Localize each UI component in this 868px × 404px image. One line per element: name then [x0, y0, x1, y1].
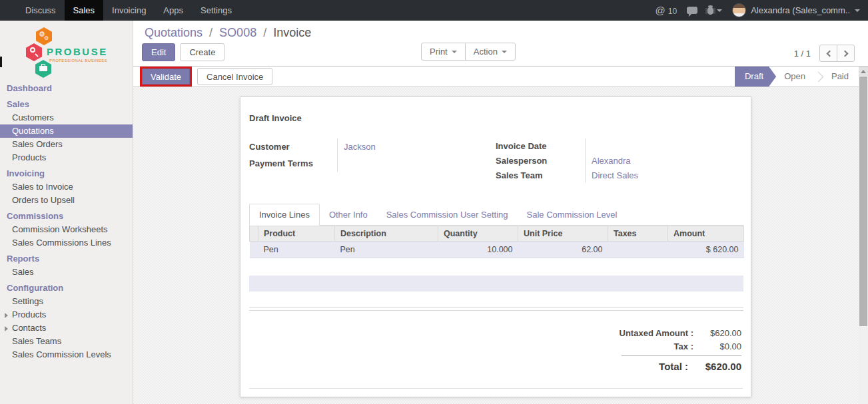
chevron-down-icon: [717, 9, 722, 15]
breadcrumb-invoice: Invoice: [273, 26, 311, 39]
menu-settings[interactable]: Settings: [192, 0, 240, 21]
sidebar-item-sales-commission-levels[interactable]: Sales Commission Levels: [0, 348, 133, 361]
tab-sales-commission-user-setting[interactable]: Sales Commission User Setting: [377, 204, 518, 225]
debug-menu[interactable]: [707, 7, 722, 15]
breadcrumb-so008[interactable]: SO008: [219, 26, 256, 39]
tab-sale-commission-level[interactable]: Sale Commission Level: [518, 204, 627, 225]
activity-menu[interactable]: @ 10: [655, 5, 677, 16]
chevron-right-icon[interactable]: [5, 313, 11, 318]
sidebar-header-sales[interactable]: Sales: [0, 98, 133, 111]
sidebar-item-sales-teams[interactable]: Sales Teams: [0, 335, 133, 348]
scrollbar-thumb[interactable]: [859, 77, 867, 326]
section-divider: [249, 307, 743, 311]
sidebar-item-customers[interactable]: Customers: [0, 111, 133, 124]
form-view-background: Draft Invoice Customer Jackson Payment T…: [133, 87, 868, 404]
sidebar-item-quotations[interactable]: Quotations: [0, 124, 133, 138]
menu-sales[interactable]: Sales: [65, 0, 104, 21]
chat-icon[interactable]: [687, 7, 697, 14]
tab-invoice-lines[interactable]: Invoice Lines: [249, 204, 320, 226]
sales-team-value[interactable]: Direct Sales: [585, 168, 743, 182]
sidebar-header-reports[interactable]: Reports: [0, 252, 133, 266]
chevron-down-icon: [855, 9, 860, 15]
invoice-date-value[interactable]: [585, 138, 743, 153]
menu-invoicing[interactable]: Invoicing: [103, 0, 155, 21]
sidebar-header-configuration[interactable]: Configuration: [0, 282, 133, 295]
invoice-lines-table: Product Description Quantity Unit Price …: [249, 226, 744, 258]
at-icon: @: [655, 5, 665, 16]
scroll-up-button[interactable]: [859, 67, 868, 76]
pager-next-button[interactable]: [837, 45, 855, 62]
cancel-invoice-button[interactable]: Cancel Invoice: [197, 68, 272, 85]
table-header-row: Product Description Quantity Unit Price …: [250, 226, 744, 242]
cell-unit-price[interactable]: 62.00: [518, 242, 608, 258]
chevron-right-icon[interactable]: [5, 326, 11, 331]
sidebar-item-config-contacts[interactable]: Contacts: [0, 321, 133, 335]
pager-buttons: [819, 45, 855, 62]
print-dropdown-button[interactable]: Print: [421, 43, 466, 61]
column-product[interactable]: Product: [258, 226, 335, 242]
user-name-label: Alexandra (Sales_comm..: [751, 5, 850, 15]
sidebar-item-products[interactable]: Products: [0, 151, 133, 164]
breadcrumb-separator: /: [209, 26, 213, 39]
form-buttons: Edit Create: [142, 43, 224, 61]
cell-taxes[interactable]: [608, 242, 668, 258]
sidebar-item-label: Contacts: [12, 323, 46, 333]
avatar: [732, 3, 746, 17]
column-taxes[interactable]: Taxes: [608, 226, 668, 242]
tax-label: Tax :: [674, 341, 693, 351]
action-dropdown-button[interactable]: Action: [465, 43, 516, 61]
pager-previous-button[interactable]: [819, 45, 837, 62]
breadcrumb-separator: /: [263, 26, 266, 39]
edit-button[interactable]: Edit: [142, 43, 175, 61]
tab-other-info[interactable]: Other Info: [320, 204, 377, 225]
sidebar-item-orders-to-upsell[interactable]: Orders to Upsell: [0, 194, 133, 207]
field-customer: Customer Jackson: [249, 138, 484, 155]
cell-amount[interactable]: $ 620.00: [668, 242, 744, 258]
state-draft[interactable]: Draft: [735, 67, 776, 87]
column-unit-price[interactable]: Unit Price: [518, 226, 608, 242]
sidebar-item-sales-commissions-lines[interactable]: Sales Commissions Lines: [0, 236, 133, 250]
sidebar-header-commissions[interactable]: Commissions: [0, 210, 133, 223]
total-value: $620.00: [688, 361, 741, 372]
magnifier-handle: [35, 53, 39, 57]
create-button[interactable]: Create: [180, 43, 224, 61]
state-open[interactable]: Open: [776, 67, 813, 87]
cell-description[interactable]: Pen: [335, 242, 438, 258]
topbar-right: @ 10 Alexandra (Sales_comm..: [655, 0, 868, 21]
cell-quantity[interactable]: 10.000: [438, 242, 518, 258]
column-quantity[interactable]: Quantity: [438, 226, 518, 242]
magnifier-icon: [30, 47, 35, 53]
state-paid[interactable]: Paid: [823, 67, 857, 87]
sheet-bottom-divider: [249, 388, 743, 389]
sidebar-item-commission-worksheets[interactable]: Commission Worksheets: [0, 223, 133, 236]
sidebar-header-invoicing[interactable]: Invoicing: [0, 167, 133, 180]
sidebar-item-config-products[interactable]: Products: [0, 308, 133, 321]
chevron-left-icon: [826, 50, 833, 57]
invoice-date-label: Invoice Date: [496, 138, 585, 153]
payment-terms-value[interactable]: [337, 155, 484, 172]
status-bar: Validate Cancel Invoice Draft Open Paid: [133, 67, 868, 87]
sidebar-item-reports-sales[interactable]: Sales: [0, 266, 133, 279]
menu-apps[interactable]: Apps: [155, 0, 192, 21]
breadcrumb-quotations[interactable]: Quotations: [145, 26, 203, 39]
sidebar-header-dashboard[interactable]: Dashboard: [0, 82, 133, 95]
customer-value[interactable]: Jackson: [337, 138, 484, 155]
column-description[interactable]: Description: [335, 226, 438, 242]
column-amount[interactable]: Amount: [668, 226, 744, 242]
sidebar-item-sales-to-invoice[interactable]: Sales to Invoice: [0, 180, 133, 194]
sidebar: ⚙ ⚙ PROBUSE PROFESSIONAL BUSINESS Dashbo…: [0, 21, 133, 404]
table-row[interactable]: Pen Pen 10.000 62.00 $ 620.00: [250, 242, 744, 258]
validate-button[interactable]: Validate: [142, 69, 190, 85]
sidebar-item-settings[interactable]: Settings: [0, 295, 133, 308]
scrollbar[interactable]: [859, 67, 868, 404]
chevron-right-icon: [841, 50, 848, 57]
untaxed-amount-value: $620.00: [693, 328, 741, 338]
field-salesperson: Salesperson Alexandra: [496, 153, 743, 168]
sidebar-item-sales-orders[interactable]: Sales Orders: [0, 138, 133, 151]
salesperson-value[interactable]: Alexandra: [585, 153, 743, 168]
user-menu[interactable]: Alexandra (Sales_comm..: [732, 3, 860, 17]
cell-product[interactable]: Pen: [258, 242, 335, 258]
menu-discuss[interactable]: Discuss: [17, 0, 65, 21]
invoice-sheet: Draft Invoice Customer Jackson Payment T…: [240, 97, 751, 397]
breadcrumb: Quotations / SO008 / Invoice: [145, 26, 311, 40]
